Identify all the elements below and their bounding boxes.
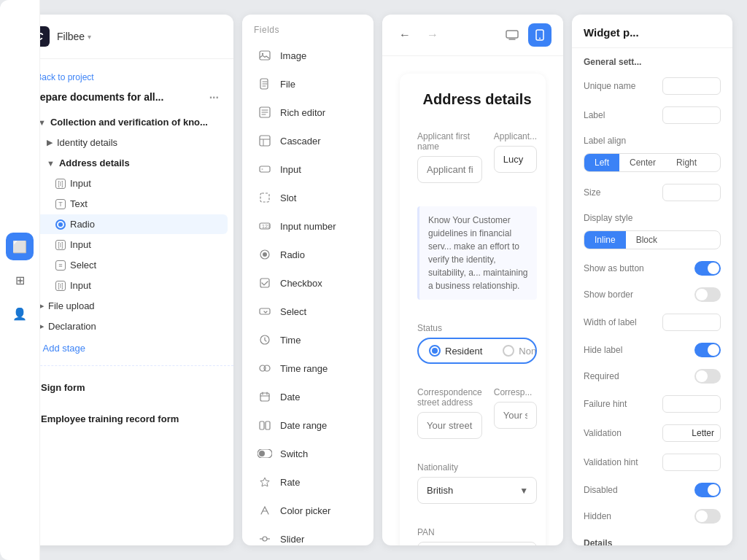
- resident-radio-indicator: [429, 345, 441, 357]
- corr-col2-input[interactable]: [494, 402, 537, 429]
- inputnumber-icon: 123: [257, 218, 273, 234]
- slider-icon: [257, 531, 273, 545]
- field-item-checkbox[interactable]: Checkbox: [245, 269, 371, 297]
- nav-icon-users[interactable]: 👤: [15, 300, 34, 327]
- firstname-input[interactable]: [417, 156, 482, 183]
- switch-icon: [257, 446, 273, 462]
- svg-rect-24: [506, 31, 518, 38]
- fields-header: Fields: [242, 15, 374, 41]
- field-item-select[interactable]: Select: [245, 298, 371, 325]
- back-to-project-link[interactable]: Back to project: [15, 68, 233, 87]
- display-style-block-btn[interactable]: Block: [626, 231, 667, 249]
- add-stage-button[interactable]: + Add stage: [20, 337, 233, 359]
- text-icon: T: [55, 199, 66, 209]
- svg-rect-18: [266, 421, 270, 429]
- hide-label-toggle[interactable]: [694, 343, 721, 357]
- street-input[interactable]: [417, 412, 482, 439]
- field-item-cascader[interactable]: Cascader: [245, 127, 371, 155]
- validation-input[interactable]: [662, 424, 721, 442]
- unique-name-row: Unique name: [572, 71, 732, 101]
- unique-name-input[interactable]: [662, 77, 721, 95]
- field-item-richeditor[interactable]: Rich editor: [245, 98, 371, 126]
- show-as-button-toggle[interactable]: [694, 261, 721, 276]
- nav-icon-layers[interactable]: ⊞: [15, 266, 34, 294]
- field-item-slot[interactable]: Slot: [245, 184, 371, 211]
- sign-form-header[interactable]: ▶ Sign form: [23, 378, 225, 397]
- emp-form-header[interactable]: ▶ Employee training record form: [23, 409, 225, 429]
- display-style-inline-btn[interactable]: Inline: [584, 231, 626, 249]
- tree-item-address[interactable]: ▼ Address details ···: [26, 153, 228, 173]
- tree-item-text1[interactable]: T Text: [26, 194, 228, 214]
- nonres-label: Nonres...: [519, 346, 537, 357]
- label-align-left-btn[interactable]: Left: [584, 154, 619, 171]
- label-label: Label: [584, 110, 605, 120]
- field-item-radio[interactable]: Radio: [245, 241, 371, 268]
- sidebar-more-menu[interactable]: ···: [209, 91, 219, 104]
- label-align-center-btn[interactable]: Center: [619, 154, 666, 171]
- tree-item-input2[interactable]: [I] Input: [26, 235, 228, 254]
- field-item-input[interactable]: Input: [245, 155, 371, 183]
- mobile-view-toggle[interactable]: [528, 23, 551, 47]
- show-as-button-label: Show as button: [584, 263, 644, 273]
- validation-hint-row: Validation hint: [572, 448, 732, 477]
- svg-rect-17: [260, 421, 264, 429]
- svg-rect-6: [260, 193, 269, 202]
- field-item-rate[interactable]: Rate: [245, 468, 371, 496]
- nationality-group: Nationality British ▼: [417, 462, 537, 504]
- disabled-label: Disabled: [584, 485, 618, 495]
- field-item-date[interactable]: Date: [245, 383, 371, 411]
- tree-item-radio1[interactable]: Radio ···: [26, 214, 228, 234]
- tree-item-fileupload[interactable]: ▶ File upload: [26, 296, 228, 316]
- select-icon: ≡: [55, 260, 66, 271]
- field-item-image[interactable]: Image: [245, 42, 371, 69]
- undo-button[interactable]: ←: [394, 24, 416, 46]
- brand-name[interactable]: Filbee ▾: [57, 31, 91, 42]
- tree-item-declaration[interactable]: ▶ Declaration: [26, 316, 228, 336]
- hide-label-row: Hide label: [572, 337, 732, 363]
- applicant-col2-input[interactable]: [494, 146, 537, 173]
- street-label: Correspondence street address: [417, 387, 482, 408]
- tree-toggle-identity: ▶: [47, 138, 53, 147]
- tree-item-identity[interactable]: ▶ Identity details: [26, 133, 228, 152]
- label-input[interactable]: [662, 106, 721, 124]
- pan-input[interactable]: [417, 542, 537, 545]
- display-style-label: Display style: [584, 213, 632, 223]
- nationality-select-arrow-icon: ▼: [519, 486, 528, 496]
- tree-item-collection[interactable]: ▼ Collection and verification of kno... …: [26, 112, 228, 132]
- redo-button[interactable]: →: [422, 24, 444, 46]
- field-item-daterange[interactable]: Date range: [245, 411, 371, 439]
- label-align-right-btn[interactable]: Right: [666, 154, 707, 171]
- required-label: Required: [584, 371, 619, 381]
- field-item-file[interactable]: File: [245, 70, 371, 98]
- width-of-label-input[interactable]: [662, 314, 721, 331]
- field-item-slider[interactable]: Slider: [245, 525, 371, 545]
- field-item-time[interactable]: Time: [245, 326, 371, 354]
- field-item-switch[interactable]: Switch: [245, 440, 371, 467]
- disabled-toggle[interactable]: [694, 483, 721, 497]
- resident-label: Resident: [445, 346, 482, 357]
- field-item-timerange[interactable]: Time range: [245, 354, 371, 382]
- tree-item-input1[interactable]: [I] Input: [26, 174, 228, 193]
- emp-section: ▶ Employee training record form: [15, 403, 233, 435]
- hidden-toggle[interactable]: [694, 509, 721, 524]
- tree-item-input3[interactable]: [I] Input: [26, 276, 228, 295]
- street-group: Correspondence street address: [417, 387, 482, 439]
- status-nonres-option[interactable]: Nonres...: [492, 339, 537, 362]
- tree-item-select1[interactable]: ≡ Select: [26, 255, 228, 275]
- widget-panel-header: Widget p...: [572, 15, 732, 48]
- required-toggle[interactable]: [694, 369, 721, 384]
- field-item-colorpicker[interactable]: Color picker: [245, 497, 371, 524]
- svg-rect-16: [260, 393, 269, 401]
- status-resident-option[interactable]: Resident: [419, 339, 492, 362]
- size-input[interactable]: [662, 184, 721, 201]
- width-of-label-label: Width of label: [584, 317, 637, 327]
- validation-hint-input[interactable]: [662, 454, 721, 471]
- hidden-label: Hidden: [584, 511, 611, 521]
- field-item-inputnumber[interactable]: 123 Input number: [245, 212, 371, 240]
- validation-row: Validation: [572, 419, 732, 448]
- desktop-view-toggle[interactable]: [500, 23, 524, 47]
- colorpicker-icon: [257, 502, 273, 518]
- nav-icon-pages[interactable]: ⬜: [15, 233, 34, 260]
- show-border-toggle[interactable]: [694, 287, 721, 302]
- failure-hint-input[interactable]: [662, 395, 721, 413]
